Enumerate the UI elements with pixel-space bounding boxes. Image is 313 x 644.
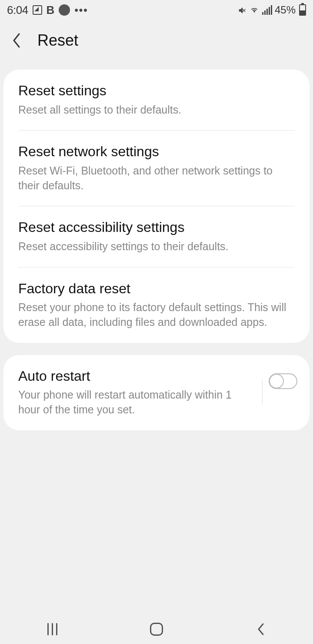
page-title: Reset xyxy=(37,31,78,50)
auto-restart-card: Auto restart Your phone will restart aut… xyxy=(3,355,310,430)
mute-vibrate-icon xyxy=(238,6,246,14)
reset-network-settings-item[interactable]: Reset network settings Reset Wi-Fi, Blue… xyxy=(3,131,310,206)
item-title: Factory data reset xyxy=(18,280,295,298)
signal-icon xyxy=(262,5,272,15)
recents-icon xyxy=(47,623,57,635)
page-header: Reset xyxy=(0,20,313,61)
item-title: Reset accessibility settings xyxy=(18,218,295,237)
navigation-bar xyxy=(0,614,313,644)
status-bar: 6:04 B ••• 45% xyxy=(0,0,313,20)
item-desc: Reset your phone to its factory default … xyxy=(18,300,295,330)
reset-options-card: Reset settings Reset all settings to the… xyxy=(3,70,310,343)
app-notification-icon xyxy=(59,4,70,16)
battery-icon xyxy=(299,4,306,16)
recents-button[interactable] xyxy=(44,621,60,637)
item-title: Reset settings xyxy=(18,82,295,100)
back-button[interactable] xyxy=(8,32,25,49)
auto-restart-item[interactable]: Auto restart Your phone will restart aut… xyxy=(3,355,310,430)
reset-accessibility-settings-item[interactable]: Reset accessibility settings Reset acces… xyxy=(3,206,310,267)
vertical-divider xyxy=(262,379,263,405)
home-button[interactable] xyxy=(149,621,164,637)
wifi-icon xyxy=(249,5,260,15)
more-notifications-icon: ••• xyxy=(74,4,88,16)
item-title: Auto restart xyxy=(18,367,255,386)
factory-data-reset-item[interactable]: Factory data reset Reset your phone to i… xyxy=(3,268,310,343)
auto-restart-toggle[interactable] xyxy=(269,373,297,389)
reset-settings-item[interactable]: Reset settings Reset all settings to the… xyxy=(3,70,310,130)
battery-percent: 45% xyxy=(275,4,296,16)
item-desc: Your phone will restart automatically wi… xyxy=(18,388,255,417)
item-desc: Reset Wi-Fi, Bluetooth, and other networ… xyxy=(18,164,295,193)
chevron-left-icon xyxy=(11,32,22,49)
status-time: 6:04 xyxy=(7,3,28,17)
item-desc: Reset accessibility settings to their de… xyxy=(18,239,295,254)
chevron-left-icon xyxy=(256,622,265,636)
home-icon xyxy=(150,623,163,636)
item-title: Reset network settings xyxy=(18,143,295,161)
app-b-notification-icon: B xyxy=(47,3,55,17)
nav-back-button[interactable] xyxy=(253,621,269,637)
item-desc: Reset all settings to their defaults. xyxy=(18,103,295,117)
image-notification-icon xyxy=(33,5,42,15)
